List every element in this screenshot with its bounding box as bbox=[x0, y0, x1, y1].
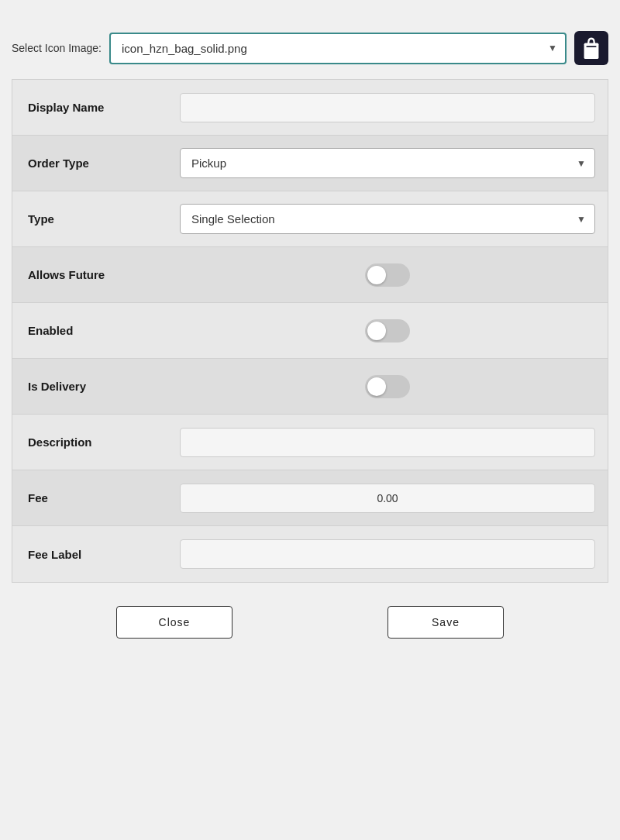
svg-rect-0 bbox=[584, 43, 599, 59]
display-name-value bbox=[167, 84, 608, 132]
svg-rect-1 bbox=[586, 46, 596, 47]
description-label: Description bbox=[12, 426, 167, 458]
enabled-label: Enabled bbox=[12, 315, 167, 346]
allows-future-value bbox=[167, 254, 608, 296]
description-input[interactable] bbox=[180, 428, 595, 457]
modal-container: Select Icon Image: icon_hzn_bag_solid.pn… bbox=[0, 15, 620, 662]
order-type-value: Pickup Delivery Dine In ▼ bbox=[167, 139, 608, 188]
type-select-wrapper: Single Selection Multiple Selection ▼ bbox=[180, 204, 595, 234]
order-type-label: Order Type bbox=[12, 147, 167, 179]
allows-future-toggle[interactable] bbox=[365, 263, 410, 287]
icon-preview bbox=[574, 31, 608, 65]
is-delivery-row: Is Delivery bbox=[12, 359, 608, 415]
allows-future-row: Allows Future bbox=[12, 247, 608, 303]
is-delivery-toggle-container bbox=[180, 375, 595, 398]
is-delivery-toggle[interactable] bbox=[365, 375, 410, 398]
enabled-value bbox=[167, 310, 608, 352]
allows-future-label: Allows Future bbox=[12, 259, 167, 291]
type-row: Type Single Selection Multiple Selection… bbox=[12, 191, 608, 247]
order-type-select[interactable]: Pickup Delivery Dine In bbox=[180, 148, 595, 178]
fee-row: Fee bbox=[12, 470, 608, 526]
icon-select-dropdown[interactable]: icon_hzn_bag_solid.png bbox=[109, 33, 567, 64]
display-name-row: Display Name bbox=[12, 80, 608, 136]
fee-label-row: Fee Label bbox=[12, 526, 608, 582]
allows-future-toggle-container bbox=[180, 263, 595, 287]
enabled-slider bbox=[365, 319, 410, 343]
description-row: Description bbox=[12, 415, 608, 470]
close-button[interactable]: Close bbox=[116, 606, 232, 639]
is-delivery-value bbox=[167, 366, 608, 408]
is-delivery-label: Is Delivery bbox=[12, 370, 167, 402]
fee-label-cell: Fee bbox=[12, 482, 167, 514]
display-name-label: Display Name bbox=[12, 91, 167, 123]
enabled-toggle[interactable] bbox=[365, 319, 410, 343]
type-label: Type bbox=[12, 203, 167, 235]
icon-select-wrapper: icon_hzn_bag_solid.png ▼ bbox=[109, 33, 567, 64]
fee-label-label: Fee Label bbox=[12, 539, 167, 570]
type-value: Single Selection Multiple Selection ▼ bbox=[167, 195, 608, 243]
allows-future-slider bbox=[365, 263, 410, 287]
description-value bbox=[167, 418, 608, 466]
form-table: Display Name Order Type Pickup Delivery … bbox=[12, 79, 608, 583]
save-button[interactable]: Save bbox=[388, 606, 504, 639]
order-type-select-wrapper: Pickup Delivery Dine In ▼ bbox=[180, 148, 595, 178]
fee-value bbox=[167, 474, 608, 522]
fee-label-input[interactable] bbox=[180, 539, 595, 569]
enabled-row: Enabled bbox=[12, 303, 608, 359]
bag-icon bbox=[580, 36, 602, 60]
is-delivery-slider bbox=[365, 375, 410, 398]
enabled-toggle-container bbox=[180, 319, 595, 343]
display-name-input[interactable] bbox=[180, 93, 595, 122]
icon-select-label: Select Icon Image: bbox=[12, 42, 102, 54]
order-type-row: Order Type Pickup Delivery Dine In ▼ bbox=[12, 136, 608, 191]
fee-input[interactable] bbox=[180, 484, 595, 513]
button-row: Close Save bbox=[12, 606, 608, 639]
icon-select-row: Select Icon Image: icon_hzn_bag_solid.pn… bbox=[12, 31, 608, 65]
type-select[interactable]: Single Selection Multiple Selection bbox=[180, 204, 595, 234]
fee-label-value bbox=[167, 530, 608, 578]
